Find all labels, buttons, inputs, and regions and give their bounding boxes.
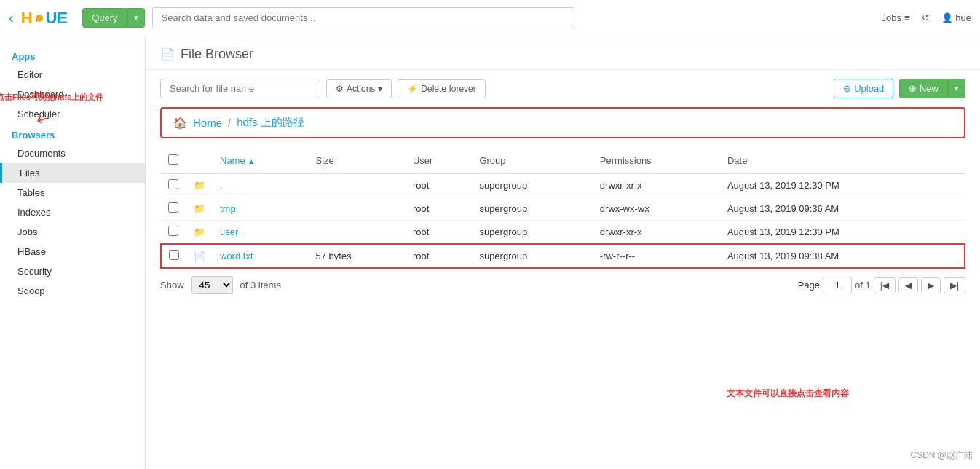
query-button-group: Query ▾ [82, 8, 144, 28]
file-search-input[interactable] [160, 79, 320, 98]
actions-dropdown-icon: ▾ [378, 84, 382, 94]
row-user-cell: root [406, 173, 473, 197]
sidebar-item-security[interactable]: Security [0, 261, 145, 281]
row-user-cell: root [406, 244, 473, 268]
next-page-button[interactable]: ▶ [921, 277, 941, 293]
row-checkbox-cell [161, 244, 186, 268]
sidebar-item-hbase[interactable]: HBase [0, 242, 145, 261]
folder-link[interactable]: tmp [220, 203, 236, 214]
row-icon-cell: 📁 [186, 173, 213, 197]
table-row: 📁 user root supergroup drwxr-xr-x August… [161, 221, 965, 245]
sidebar-apps-section: Apps [0, 45, 145, 65]
sidebar-item-sqoop[interactable]: Sqoop [0, 281, 145, 301]
page-controls: Page 1 of 1 |◀ ◀ ▶ ▶| [798, 277, 965, 293]
row-checkbox-cell [161, 173, 186, 197]
file-icon: 📄 [194, 251, 205, 261]
logo-dot: · [36, 15, 43, 22]
row-group-cell: supergroup [472, 173, 592, 197]
row-name-cell: user [213, 221, 309, 245]
row-checkbox[interactable] [169, 250, 179, 260]
logo-h: H [21, 9, 33, 28]
row-size-cell [309, 173, 406, 197]
row-date-cell: August 13, 2019 12:30 PM [720, 173, 965, 197]
new-button[interactable]: ⊕ New [899, 79, 948, 98]
th-group[interactable]: Group [472, 149, 592, 173]
folder-link[interactable]: user [220, 226, 238, 237]
row-icon-cell: 📄 [186, 244, 213, 268]
new-button-group: ⊕ New ▾ [899, 79, 965, 98]
row-permissions-cell: drwxr-xr-x [593, 221, 720, 245]
sidebar-item-jobs[interactable]: Jobs [0, 222, 145, 242]
path-separator: / [228, 117, 231, 129]
sidebar-item-dashboard[interactable]: Dashboard [0, 84, 145, 104]
last-page-button[interactable]: ▶| [944, 277, 965, 293]
row-group-cell: supergroup [472, 244, 592, 268]
query-button[interactable]: Query [82, 8, 127, 28]
row-name-cell: . [213, 173, 309, 197]
row-date-cell: August 13, 2019 12:30 PM [720, 221, 965, 245]
user-link[interactable]: hue [955, 12, 971, 23]
file-table-body: 📁 . root supergroup drwxr-xr-x August 13… [161, 173, 965, 268]
row-checkbox[interactable] [168, 202, 178, 213]
topnav-right: Jobs ≡ ↺ 👤 hue [882, 12, 971, 23]
sidebar-item-documents[interactable]: Documents [0, 143, 145, 163]
user-section: 👤 hue [941, 12, 971, 23]
content-area: 📄 File Browser ⚙ Actions ▾ ⚡ Delete fore… [146, 36, 980, 469]
new-dropdown-button[interactable]: ▾ [948, 79, 965, 98]
file-table: Name ▲ Size User Group Permissions Date … [160, 149, 965, 269]
history-icon[interactable]: ↺ [922, 12, 930, 23]
home-link[interactable]: Home [193, 117, 222, 129]
path-hdfs: hdfs 上的路径 [237, 116, 304, 130]
sidebar-item-scheduler[interactable]: Scheduler [0, 104, 145, 124]
page-header: 📄 File Browser [146, 36, 980, 70]
page-title: File Browser [181, 47, 253, 62]
row-icon-cell: 📁 [186, 197, 213, 221]
upload-button[interactable]: ⊕ Upload [834, 79, 893, 98]
show-count-select[interactable]: 45 25 100 [191, 276, 233, 294]
main-layout: Apps Editor Dashboard Scheduler 点击Files可… [0, 36, 980, 469]
sidebar-item-tables[interactable]: Tables [0, 183, 145, 202]
jobs-link[interactable]: Jobs [882, 12, 901, 23]
folder-icon: 📁 [194, 203, 205, 214]
row-checkbox[interactable] [168, 226, 178, 236]
sort-arrow-icon: ▲ [248, 157, 255, 165]
actions-button[interactable]: ⚙ Actions ▾ [326, 79, 392, 98]
first-page-button[interactable]: |◀ [874, 277, 896, 293]
th-date[interactable]: Date [720, 149, 965, 173]
folder-icon: 📁 [194, 226, 205, 237]
row-group-cell: supergroup [472, 221, 592, 245]
items-label: of 3 items [240, 280, 281, 291]
th-name[interactable]: Name ▲ [213, 149, 309, 173]
show-label: Show [160, 280, 184, 291]
gear-icon: ⚙ [336, 84, 344, 94]
sidebar-item-editor[interactable]: Editor [0, 65, 145, 84]
th-icon [186, 149, 213, 173]
back-button[interactable]: ‹ [9, 9, 14, 26]
row-size-cell [309, 197, 406, 221]
query-dropdown-button[interactable]: ▾ [127, 8, 145, 28]
folder-link[interactable]: . [220, 180, 223, 191]
th-size[interactable]: Size [309, 149, 406, 173]
sidebar-item-files[interactable]: Files [0, 163, 145, 183]
table-header-row: Name ▲ Size User Group Permissions Date [161, 149, 965, 173]
row-size-cell [309, 221, 406, 245]
menu-icon: ≡ [904, 12, 910, 23]
th-permissions[interactable]: Permissions [593, 149, 720, 173]
row-permissions-cell: -rw-r--r-- [593, 244, 720, 268]
delete-forever-button[interactable]: ⚡ Delete forever [398, 79, 485, 98]
th-user[interactable]: User [406, 149, 473, 173]
toolbar: ⚙ Actions ▾ ⚡ Delete forever ⊕ Upload ⊕ … [146, 70, 980, 107]
page-number-input[interactable]: 1 [823, 277, 852, 293]
select-all-checkbox[interactable] [168, 154, 178, 165]
sidebar-item-indexes[interactable]: Indexes [0, 202, 145, 222]
file-link[interactable]: word.txt [220, 251, 253, 261]
row-permissions-cell: drwxr-xr-x [593, 173, 720, 197]
row-group-cell: supergroup [472, 197, 592, 221]
row-checkbox[interactable] [168, 179, 178, 189]
global-search-input[interactable] [152, 7, 574, 28]
topnav: ‹ H · UE Query ▾ Jobs ≡ ↺ 👤 hue [0, 0, 980, 36]
row-user-cell: root [406, 221, 473, 245]
prev-page-button[interactable]: ◀ [898, 277, 918, 293]
user-icon: 👤 [941, 12, 953, 23]
sidebar-browsers-section: Browsers [0, 124, 145, 143]
